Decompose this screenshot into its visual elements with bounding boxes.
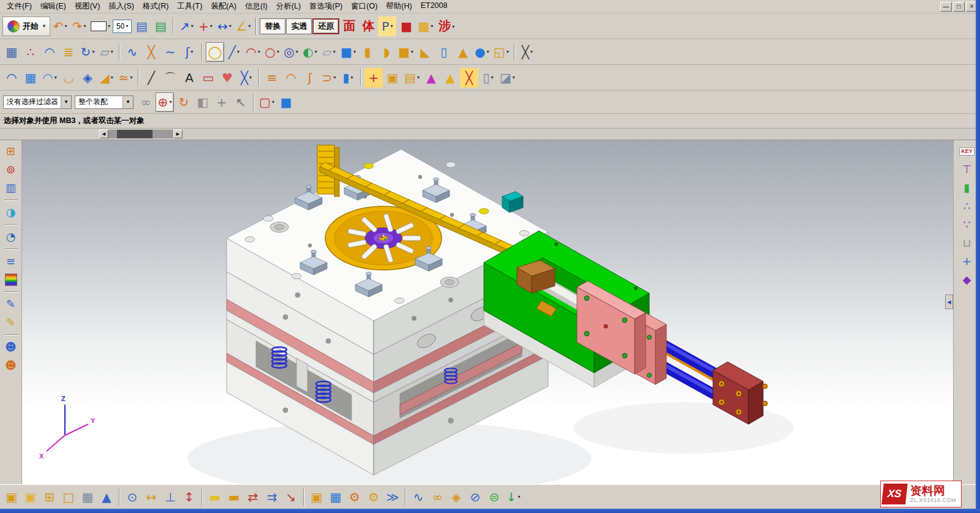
menu-format[interactable]: 格式(R) (138, 0, 173, 13)
pan-view-icon[interactable]: + (213, 92, 231, 112)
dropdown-arrow[interactable]: ▾ (487, 49, 489, 54)
sphere-icon[interactable]: ●▾ (473, 42, 491, 62)
profile-line-icon[interactable]: ╱ (142, 68, 160, 88)
yellow-bar-icon[interactable]: ▬ (206, 487, 224, 507)
dropdown-arrow[interactable]: ▾ (191, 23, 194, 29)
text-feature-icon[interactable]: A (180, 68, 198, 88)
snap-align-icon[interactable]: ↘ (282, 487, 300, 507)
crossed-lines-icon[interactable]: ╳ (142, 42, 160, 62)
cross-tool-icon[interactable]: + (959, 253, 976, 270)
red-solid-icon[interactable]: ■ (397, 17, 415, 36)
block-gold-icon[interactable]: ■▾ (396, 42, 415, 62)
cup-tool-icon[interactable]: ⊔ (959, 234, 976, 252)
wave-link-icon[interactable]: ∿ (409, 487, 428, 507)
dropdown-arrow[interactable]: ▾ (130, 75, 132, 80)
rotate-view-icon[interactable]: ↻ (175, 92, 193, 112)
studio-spline-icon[interactable]: ♥ (218, 68, 236, 88)
more-features-icon[interactable]: ◪▾ (498, 68, 517, 88)
reuse-library-icon[interactable]: ◑ (2, 204, 20, 221)
dropdown-arrow[interactable]: ▾ (190, 49, 193, 54)
dropdown-arrow[interactable]: ▾ (513, 75, 515, 80)
dropdown-arrow[interactable]: ▾ (249, 75, 252, 80)
point-polyline-icon[interactable]: ╳▾ (237, 68, 255, 88)
assembly-constraints-icon[interactable]: ⊥ (161, 487, 179, 507)
user-icon[interactable]: ☻ (2, 357, 20, 374)
dropdown-arrow[interactable]: ▾ (111, 75, 113, 80)
dropdown-arrow[interactable]: ▾ (431, 23, 433, 29)
dropdown-arrow[interactable]: ▾ (64, 23, 67, 29)
measure-angle-icon[interactable]: ∠▾ (234, 17, 252, 36)
display-color-swatch[interactable]: ▾ (89, 17, 112, 36)
instance-feature-icon[interactable]: ▲ (441, 68, 459, 88)
open-component-icon[interactable]: ▣ (21, 487, 40, 507)
interpart-rings-icon[interactable]: ∞ (137, 92, 155, 112)
stepped-surface-icon[interactable]: ≣ (59, 42, 78, 62)
profile-arc-icon[interactable]: ⌒ (161, 68, 179, 88)
dropdown-arrow[interactable]: ▾ (491, 75, 493, 80)
blue-stack-icon[interactable]: ▦ (326, 487, 345, 507)
wedge-icon[interactable]: ◣ (416, 42, 434, 62)
ellipse-icon[interactable]: ◎▾ (282, 42, 300, 62)
restore-display-button[interactable]: 还原 (312, 18, 339, 34)
mirror-assembly-icon[interactable]: ▲ (97, 487, 116, 507)
panel-collapse-arrow[interactable]: ◀ (945, 294, 953, 309)
gear-pair-icon[interactable]: ⚙ (345, 487, 364, 507)
arc-icon[interactable]: ◠▾ (244, 42, 262, 62)
slider-left-arrow[interactable]: ◀ (99, 130, 108, 138)
dropdown-arrow[interactable]: ▾ (518, 494, 520, 500)
standard-parts-icon[interactable]: ▮ (959, 179, 976, 197)
add-component-icon[interactable]: ⊞ (40, 487, 59, 507)
clearance-analysis-icon[interactable]: ⊘ (466, 487, 484, 507)
spline-icon[interactable]: ~ (161, 42, 179, 62)
bridge-curve-icon[interactable]: ʃ (301, 68, 319, 88)
selection-filter-dropdown[interactable]: 没有选择过滤器 ▼ (3, 95, 72, 109)
freeform-icon[interactable]: ≈▾ (116, 68, 135, 88)
window-layout-icon[interactable]: ▦ (2, 42, 21, 62)
face-display-button[interactable]: 面 (340, 17, 358, 36)
replace-component-icon[interactable]: ⊙ (123, 487, 141, 507)
history-icon[interactable]: ◔ (2, 228, 20, 245)
dropdown-arrow[interactable]: ▾ (417, 75, 420, 80)
attributes-icon[interactable]: ⊜ (485, 487, 503, 507)
gear-single-icon[interactable]: ⚙ (364, 487, 383, 507)
menu-tools[interactable]: 工具(T) (173, 0, 206, 13)
orient-view-icon[interactable]: ↗▾ (177, 17, 195, 36)
sheet-body-icon[interactable]: ◠ (40, 42, 59, 62)
dropdown-arrow[interactable]: ▾ (237, 49, 239, 54)
curve-mesh-icon[interactable]: ▦ (21, 68, 40, 88)
mirror-feature-icon[interactable]: ▲ (422, 68, 440, 88)
mask-tool-icon[interactable]: ◆ (959, 271, 976, 288)
slider-track[interactable] (108, 130, 173, 138)
rectangle-select-icon[interactable]: ▢▾ (257, 92, 276, 112)
law-curve-icon[interactable]: ʃ▾ (180, 42, 198, 62)
dropdown-arrow[interactable]: ▾ (315, 49, 317, 54)
mirror-halves-icon[interactable]: ⇄ (244, 487, 262, 507)
dropdown-arrow[interactable]: ▾ (277, 49, 279, 54)
dropdown-arrow[interactable]: ▾ (92, 49, 94, 54)
shaded-face-icon[interactable]: ▦▾ (416, 17, 435, 36)
measure-distance-icon[interactable]: ↔▾ (215, 17, 233, 36)
dropdown-arrow[interactable]: ▾ (351, 75, 353, 80)
slider-thumb[interactable] (117, 130, 153, 138)
menu-help[interactable]: 帮助(H) (382, 0, 416, 13)
dropdown-arrow[interactable]: ▾ (296, 49, 298, 54)
menu-information[interactable]: 信息(I) (241, 0, 272, 13)
select-arrow-icon[interactable]: ↖ (232, 92, 250, 112)
delete-constraint-icon[interactable]: ╳▾ (518, 42, 537, 62)
dropdown-arrow[interactable]: ▾ (333, 75, 336, 80)
menu-file[interactable]: 文件(F) (2, 0, 36, 13)
groups-icon[interactable]: ☻ (2, 339, 20, 356)
menu-analysis[interactable]: 分析(L) (272, 0, 305, 13)
color-palette-icon[interactable] (2, 271, 20, 288)
menu-et2008[interactable]: ET2008 (417, 0, 452, 13)
start-menu-button[interactable]: 开始▾ (2, 17, 50, 36)
replace-reference-button[interactable]: 替换 (260, 18, 285, 34)
copy-display-icon[interactable]: P▾ (378, 17, 396, 36)
find-component-icon[interactable]: ▣ (2, 487, 21, 507)
ring-curve-button[interactable]: ◯ (206, 42, 224, 62)
snap-enable-button[interactable]: ⊕▾ (156, 92, 174, 112)
component-array-icon[interactable]: ▦ (78, 487, 97, 507)
helix-icon[interactable]: ∿ (123, 42, 141, 62)
template-tool-icon[interactable]: ⊤ (959, 161, 976, 178)
dropdown-arrow[interactable]: ▾ (258, 49, 260, 54)
